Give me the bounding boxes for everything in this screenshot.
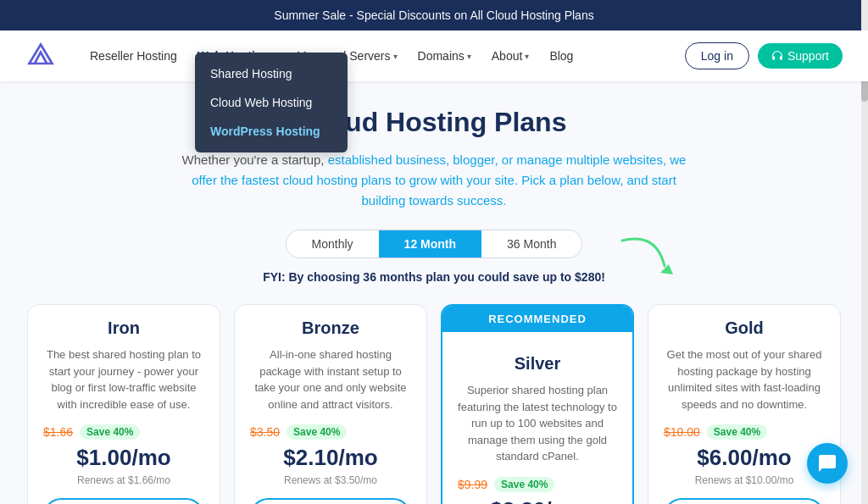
recommended-badge: RECOMMENDED — [442, 306, 632, 332]
plan-silver-price-row: $9.99 Save 40% — [458, 477, 617, 492]
plan-iron-description: The best shared hosting plan to start yo… — [43, 346, 204, 413]
plan-gold-name: Gold — [664, 318, 825, 338]
svg-marker-1 — [660, 264, 673, 274]
plan-iron-original-price: $1.66 — [43, 425, 73, 439]
nav-reseller-hosting[interactable]: Reseller Hosting — [81, 44, 186, 68]
banner-text: Summer Sale - Special Discounts on All C… — [274, 8, 593, 22]
plan-bronze-original-price: $3.50 — [250, 425, 280, 439]
toggle-36month[interactable]: 36 Month — [481, 230, 581, 258]
nav-domains[interactable]: Domains ▾ — [409, 44, 480, 68]
plan-bronze-description: All-in-one shared hosting package with i… — [250, 346, 411, 413]
chat-button[interactable] — [807, 443, 848, 484]
plan-bronze-save-badge: Save 40% — [287, 424, 347, 440]
plan-iron-price-row: $1.66 Save 40% — [43, 424, 204, 440]
plan-gold-save-badge: Save 40% — [707, 424, 767, 440]
chevron-down-icon: ▾ — [467, 52, 471, 61]
plan-iron: Iron The best shared hosting plan to sta… — [27, 304, 220, 504]
plan-silver: RECOMMENDED Silver Superior shared hosti… — [441, 304, 634, 504]
plan-bronze-price-row: $3.50 Save 40% — [250, 424, 411, 440]
dropdown-cloud-web-hosting[interactable]: Cloud Web Hosting — [195, 88, 348, 117]
plans-grid: Iron The best shared hosting plan to sta… — [19, 304, 849, 504]
plan-bronze-current-price: $2.10/mo — [250, 445, 411, 471]
support-button[interactable]: Support — [758, 43, 843, 69]
logo[interactable] — [25, 41, 56, 71]
green-arrow-icon — [614, 224, 682, 291]
plan-bronze-name: Bronze — [250, 318, 411, 338]
plan-bronze: Bronze All-in-one shared hosting package… — [234, 304, 427, 504]
toggle-monthly[interactable]: Monthly — [287, 230, 379, 258]
dropdown-shared-hosting[interactable]: Shared Hosting — [195, 59, 348, 88]
headset-icon — [771, 50, 783, 62]
chat-icon — [817, 453, 837, 474]
plan-gold-cta[interactable]: Start Now — [664, 498, 825, 504]
nav-links: Reseller Hosting Web Hosting ▾ Managed S… — [81, 44, 685, 68]
plan-silver-original-price: $9.99 — [458, 478, 487, 491]
plan-gold-price-row: $10.00 Save 40% — [664, 424, 825, 440]
plan-silver-description: Superior shared hosting plan featuring t… — [458, 382, 617, 465]
login-button[interactable]: Log in — [685, 42, 749, 69]
nav-blog[interactable]: Blog — [541, 44, 581, 68]
fyi-text: FYI: By choosing 36 months plan you coul… — [263, 270, 605, 284]
dropdown-wordpress-hosting[interactable]: WordPress Hosting — [195, 117, 348, 146]
plan-iron-name: Iron — [43, 318, 204, 338]
plan-iron-cta[interactable]: Start Now — [43, 498, 204, 504]
nav-actions: Log in Support — [685, 42, 843, 69]
plan-bronze-cta[interactable]: Start Now — [250, 498, 411, 504]
plan-gold-current-price: $6.00/mo — [664, 445, 825, 471]
main-content: Cloud Hosting Plans Whether you're a sta… — [0, 81, 868, 504]
plan-silver-name: Silver — [458, 354, 617, 374]
web-hosting-dropdown: Shared Hosting Cloud Web Hosting WordPre… — [195, 53, 348, 152]
plan-gold-description: Get the most out of your shared hosting … — [664, 346, 825, 413]
toggle-12month[interactable]: 12 Month — [379, 230, 481, 258]
fyi-row: FYI: By choosing 36 months plan you coul… — [17, 270, 851, 284]
top-banner: Summer Sale - Special Discounts on All C… — [0, 0, 868, 30]
page-title: Cloud Hosting Plans — [17, 107, 851, 138]
plan-bronze-renews: Renews at $3.50/mo — [250, 474, 411, 486]
plan-gold-renews: Renews at $10.00/mo — [664, 474, 825, 486]
billing-toggle: Monthly 12 Month 36 Month — [286, 230, 583, 258]
plan-iron-current-price: $1.00/mo — [43, 445, 204, 471]
plan-gold-original-price: $10.00 — [664, 425, 700, 439]
nav-about[interactable]: About ▾ — [483, 44, 538, 68]
plan-iron-renews: Renews at $1.66/mo — [43, 474, 204, 486]
plan-iron-save-badge: Save 40% — [80, 424, 140, 440]
chevron-down-icon: ▾ — [393, 52, 398, 61]
navbar: Reseller Hosting Web Hosting ▾ Managed S… — [0, 30, 868, 81]
page-subtitle: Whether you're a startup, established bu… — [180, 150, 688, 211]
plan-silver-current-price: $3.30/mo — [458, 497, 617, 505]
plan-silver-save-badge: Save 40% — [494, 477, 554, 492]
chevron-down-icon: ▾ — [525, 52, 529, 61]
